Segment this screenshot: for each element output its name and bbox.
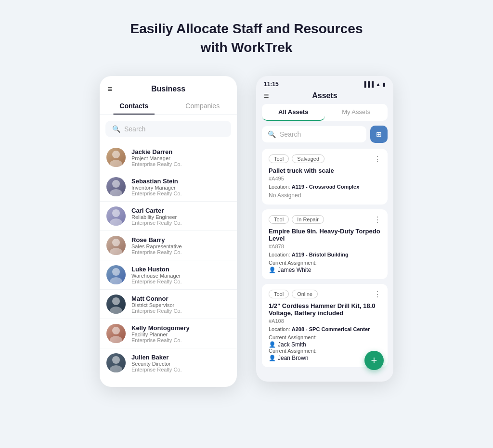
avatar (106, 324, 126, 343)
svg-point-6 (112, 239, 120, 246)
tab-contacts[interactable]: Contacts (100, 97, 169, 115)
asset-location: Location: A208 - SPC Commerical Center (269, 326, 381, 332)
tabs-row: Contacts Companies (100, 97, 237, 115)
search-icon: 🔍 (112, 125, 120, 133)
contact-company: Enterprise Realty Co. (131, 191, 230, 196)
asset-tags: ToolIn Repair (269, 215, 381, 224)
tab-my-assets[interactable]: My Assets (325, 104, 388, 121)
left-phone-title: Business (151, 85, 185, 93)
asset-id: #A108 (269, 318, 381, 324)
contact-item[interactable]: Julien Baker Security Director Enterpris… (100, 348, 237, 377)
contact-item[interactable]: Carl Carter Reliability Engineer Enterpr… (100, 202, 237, 231)
asset-tag: Tool (269, 215, 289, 224)
contact-name: Matt Connor (131, 295, 230, 302)
asset-name: 1/2" Cordless Hammer Drill Kit, 18.0 Vol… (269, 302, 381, 317)
contact-company: Enterprise Realty Co. (131, 367, 230, 372)
svg-point-15 (110, 365, 122, 372)
right-phone-header: ≡ Assets (256, 90, 393, 104)
contact-item[interactable]: Matt Connor District Supervisor Enterpri… (100, 290, 237, 319)
contact-role: Warehouse Manager (131, 273, 230, 279)
asset-cards: ToolSalvaged ⋮ Pallet truck with scale #… (256, 149, 393, 367)
asset-tags: ToolOnline (269, 290, 381, 298)
asset-id: #A495 (269, 176, 381, 181)
filter-icon: ⊞ (376, 130, 382, 138)
contact-role: Facility Planner (131, 332, 230, 337)
svg-point-12 (112, 327, 120, 334)
person-icon: 👤 (269, 355, 276, 361)
assets-search-bar[interactable]: 🔍 Search (262, 126, 366, 142)
contact-role: Reliability Engineer (131, 214, 230, 220)
svg-point-0 (112, 151, 120, 158)
assets-search-placeholder: Search (280, 130, 301, 138)
asset-id: #A878 (269, 243, 381, 249)
hamburger-icon[interactable]: ≡ (107, 84, 113, 94)
battery-icon: ▮ (383, 81, 386, 88)
contact-company: Enterprise Realty Co. (131, 220, 230, 226)
contact-name: Julien Baker (131, 354, 230, 361)
asset-tag: Tool (269, 290, 289, 298)
avatar (106, 265, 126, 284)
asset-more-button[interactable]: ⋮ (374, 290, 382, 299)
contact-info: Luke Huston Warehouse Manager Enterprise… (131, 266, 230, 284)
person-icon: 👤 (269, 267, 276, 273)
asset-tags: ToolSalvaged (269, 154, 381, 163)
asset-more-button[interactable]: ⋮ (374, 215, 382, 224)
contact-name: Luke Huston (131, 266, 230, 273)
contact-company: Enterprise Realty Co. (131, 337, 230, 343)
search-bar[interactable]: 🔍 Search (105, 121, 231, 137)
asset-location: Location: A119 - Crossroad Complex (269, 184, 381, 190)
asset-assignment-name: 👤James White (269, 267, 381, 273)
svg-point-10 (112, 297, 120, 305)
asset-tag: In Repair (292, 215, 324, 224)
contact-item[interactable]: Kelly Montogomery Facility Planner Enter… (100, 319, 237, 348)
svg-point-11 (110, 307, 122, 314)
avatar (106, 206, 126, 226)
right-hamburger-icon[interactable]: ≡ (264, 91, 269, 101)
svg-point-2 (112, 180, 120, 188)
fab-plus-icon: + (371, 354, 377, 367)
contact-company: Enterprise Realty Co. (131, 249, 230, 255)
contact-info: Julien Baker Security Director Enterpris… (131, 354, 230, 372)
filter-button[interactable]: ⊞ (370, 126, 388, 143)
contact-item[interactable]: Jackie Darren Project Manager Enterprise… (100, 143, 237, 172)
tab-all-assets[interactable]: All Assets (262, 104, 325, 121)
avatar (106, 177, 126, 196)
asset-card[interactable]: ToolIn Repair ⋮ Empire Blue 9in. Heavy-D… (262, 209, 388, 279)
contact-role: Project Manager (131, 155, 230, 161)
svg-point-3 (110, 189, 122, 196)
svg-point-7 (110, 248, 122, 255)
search-placeholder-text: Search (124, 125, 145, 133)
asset-assignment-label: Current Assignment: (269, 348, 381, 354)
status-time: 11:15 (264, 81, 279, 88)
signal-icon: ▐▐▐ (363, 81, 374, 87)
avatar (106, 236, 126, 255)
wifi-icon: ▲ (376, 81, 381, 87)
contact-info: Sebastian Stein Inventory Manager Enterp… (131, 178, 230, 196)
person-icon: 👤 (269, 341, 276, 348)
contact-company: Enterprise Realty Co. (131, 161, 230, 167)
svg-point-13 (110, 336, 122, 343)
svg-point-5 (110, 218, 122, 226)
asset-card[interactable]: ToolSalvaged ⋮ Pallet truck with scale #… (262, 149, 388, 205)
contact-info: Matt Connor District Supervisor Enterpri… (131, 295, 230, 314)
contact-item[interactable]: Sebastian Stein Inventory Manager Enterp… (100, 172, 237, 202)
contact-list: Jackie Darren Project Manager Enterprise… (100, 143, 237, 377)
assets-tabs: All Assets My Assets (262, 104, 388, 121)
asset-name: Empire Blue 9in. Heavy-Duty Torpedo Leve… (269, 228, 381, 242)
asset-more-button[interactable]: ⋮ (374, 154, 382, 164)
contact-role: District Supervisor (131, 302, 230, 308)
contact-name: Kelly Montogomery (131, 324, 230, 332)
contact-item[interactable]: Luke Huston Warehouse Manager Enterprise… (100, 260, 237, 290)
right-phone: 11:15 ▐▐▐ ▲ ▮ ≡ Assets All Assets My Ass… (256, 76, 393, 382)
asset-location: Location: A119 - Bristol Building (269, 252, 381, 257)
fab-add-button[interactable]: + (364, 351, 384, 370)
svg-point-4 (112, 209, 120, 217)
contact-item[interactable]: Rose Barry Sales Rapresentative Enterpri… (100, 231, 237, 260)
phones-container: ≡ Business Contacts Companies 🔍 Search J… (100, 76, 393, 387)
asset-assignment-label: Current Assignment: (269, 260, 381, 266)
assets-search-row: 🔍 Search ⊞ (262, 126, 388, 143)
tab-companies[interactable]: Companies (169, 97, 237, 115)
avatar (106, 353, 126, 372)
contact-name: Sebastian Stein (131, 178, 230, 185)
contact-name: Carl Carter (131, 207, 230, 214)
